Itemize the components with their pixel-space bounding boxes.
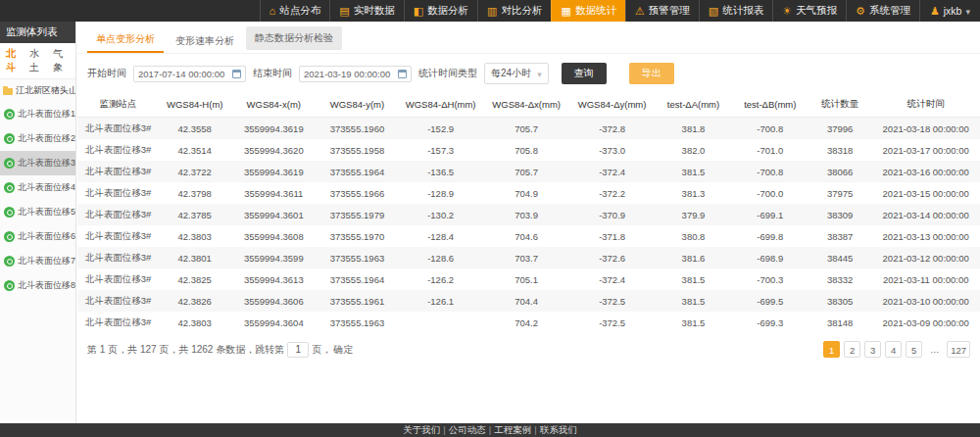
weather-icon: ☀ [782, 6, 792, 17]
table-row[interactable]: 北斗表面位移3#42.38253559994.3613373555.1964-1… [77, 268, 980, 290]
table-cell: -372.6 [569, 247, 655, 268]
export-button[interactable]: 导出 [629, 63, 674, 84]
column-header: WGS84-x(m) [231, 92, 317, 118]
calendar-icon[interactable] [398, 70, 407, 78]
page-button-4[interactable]: 4 [885, 341, 902, 358]
column-header: test-ΔA(mm) [655, 92, 731, 118]
table-cell: 704.9 [483, 182, 568, 204]
nav-item-system-management[interactable]: ⚙系统管理 [846, 0, 919, 22]
table-row[interactable]: 北斗表面位移3#42.37853559994.3601373555.1979-1… [77, 204, 980, 225]
table-cell: -699.8 [732, 225, 808, 247]
tree-items: 北斗表面位移1#北斗表面位移2#北斗表面位移3#北斗表面位移4#北斗表面位移5#… [0, 102, 75, 298]
table-cell: 381.5 [655, 290, 731, 312]
column-header: WGS84-H(m) [159, 92, 231, 118]
sidebar-item-station-2[interactable]: 北斗表面位移2# [0, 126, 75, 151]
page-jump-input[interactable] [287, 342, 309, 358]
table-row[interactable]: 北斗表面位移3#42.38033559994.3604373555.196370… [77, 312, 980, 333]
sidebar-item-station-1[interactable]: 北斗表面位移1# [0, 102, 75, 126]
table-cell: 704.4 [483, 290, 568, 312]
nav-item-realtime-data[interactable]: ▤实时数据 [329, 0, 403, 22]
nav-item-label: 实时数据 [354, 4, 395, 18]
tab-static-data-analysis[interactable]: 静态数据分析检验 [246, 26, 342, 50]
table-cell: -130.2 [398, 204, 483, 225]
sidebar-item-station-6[interactable]: 北斗表面位移6# [0, 224, 75, 249]
page-jump-confirm[interactable]: 确定 [333, 343, 353, 357]
table-row[interactable]: 北斗表面位移3#42.38013559994.3599373555.1963-1… [77, 247, 980, 268]
sidebar-item-station-5[interactable]: 北斗表面位移5# [0, 200, 75, 224]
sidebar-item-station-8[interactable]: 北斗表面位移8# [0, 273, 75, 298]
table-cell: 42.3825 [159, 268, 231, 290]
page-button-5[interactable]: 5 [906, 341, 922, 358]
topbar-nav: ⌂站点分布▤实时数据◧数据分析▥对比分析▦数据统计⚠预警管理▧统计报表☀天气预报… [260, 0, 919, 22]
table-cell: -698.9 [732, 247, 808, 268]
gnss-station-icon [4, 207, 15, 218]
start-time-label: 开始时间 [87, 67, 126, 80]
table-cell: 42.3803 [159, 225, 231, 247]
home-icon: ⌂ [270, 6, 276, 17]
table-row[interactable]: 北斗表面位移3#42.35583559994.3619373555.1960-1… [77, 118, 980, 140]
table-cell: 北斗表面位移3# [77, 312, 159, 333]
calendar-icon[interactable] [232, 70, 241, 78]
page-button-2[interactable]: 2 [844, 341, 860, 358]
user-menu[interactable]: ♟ jxkb [919, 0, 980, 22]
table-cell: 37975 [808, 182, 871, 204]
table-cell: 381.5 [655, 161, 731, 182]
table-row[interactable]: 北斗表面位移3#42.35143559994.3620373555.1958-1… [77, 139, 980, 161]
page-button-3[interactable]: 3 [864, 341, 881, 358]
nav-item-data-statistics[interactable]: ▦数据统计 [551, 0, 624, 22]
table-cell: 北斗表面位移3# [77, 247, 159, 268]
tab-deformation-rate[interactable]: 变形速率分析 [167, 29, 243, 53]
table-cell: 北斗表面位移3# [77, 204, 159, 225]
main-panel: 单点变形分析 变形速率分析 静态数据分析检验 开始时间 结束时间 统计时间类型 … [77, 22, 980, 423]
monitor-icon: ▤ [339, 6, 349, 17]
footer-link-2[interactable]: 公司动态 [449, 424, 486, 435]
nav-item-comparison-analysis[interactable]: ▥对比分析 [477, 0, 551, 22]
end-time-input[interactable] [304, 69, 398, 79]
table-cell: 37996 [808, 118, 871, 140]
sidebar-item-label: 北斗表面位移8# [18, 279, 75, 292]
sidebar-item-station-4[interactable]: 北斗表面位移4# [0, 175, 75, 200]
sidebar-tab-beidou[interactable]: 北斗 [6, 47, 23, 74]
gnss-station-icon [4, 158, 15, 169]
sidebar-tab-weather[interactable]: 气象 [53, 47, 70, 74]
nav-item-label: 对比分析 [501, 4, 542, 18]
footer-link-1[interactable]: 关于我们 [403, 424, 440, 435]
footer-link-4[interactable]: 联系我们 [540, 424, 577, 435]
table-row[interactable]: 北斗表面位移3#42.37223559994.3619373555.1964-1… [77, 161, 980, 182]
nav-item-data-analysis[interactable]: ◧数据分析 [404, 0, 477, 22]
table-row[interactable]: 北斗表面位移3#42.37983559994.3611373555.1966-1… [77, 182, 980, 204]
table-row[interactable]: 北斗表面位移3#42.38263559994.3606373555.1961-1… [77, 290, 980, 312]
sidebar-item-station-7[interactable]: 北斗表面位移7# [0, 249, 75, 273]
sidebar-tab-soil[interactable]: 水土 [29, 47, 46, 74]
table-cell [398, 312, 483, 333]
tree-root[interactable]: 江北新区猪头山... [0, 79, 75, 102]
nav-item-statistic-report[interactable]: ▧统计报表 [699, 0, 772, 22]
start-time-input[interactable] [138, 69, 232, 79]
nav-item-weather-forecast[interactable]: ☀天气预报 [772, 0, 846, 22]
table-cell: -128.4 [398, 225, 483, 247]
footer-link-3[interactable]: 工程案例 [494, 424, 531, 435]
nav-item-warning-management[interactable]: ⚠预警管理 [625, 0, 699, 22]
nav-item-site-distribution[interactable]: ⌂站点分布 [260, 0, 330, 22]
table-cell: -136.5 [398, 161, 483, 182]
table-cell: 2021-03-16 00:00:00 [871, 161, 980, 182]
chart-icon: ◧ [414, 6, 423, 17]
compare-icon: ▥ [487, 6, 497, 17]
tab-single-point-deformation[interactable]: 单点变形分析 [87, 27, 164, 53]
pagination-after-text: 页， [312, 343, 331, 357]
table-cell: -372.4 [569, 268, 655, 290]
page-button-127[interactable]: 127 [947, 341, 970, 358]
table-cell: 3559994.3613 [231, 268, 317, 290]
table-cell: 2021-03-09 00:00:00 [871, 312, 980, 333]
interval-select[interactable]: 每24小时 [484, 63, 549, 84]
sidebar-item-label: 北斗表面位移2# [18, 132, 75, 145]
table-body: 北斗表面位移3#42.35583559994.3619373555.1960-1… [77, 118, 980, 334]
table-cell: 704.6 [483, 225, 568, 247]
table-cell: -372.5 [569, 312, 655, 333]
query-button[interactable]: 查询 [562, 63, 607, 84]
column-header: WGS84-ΔH(mm) [398, 92, 483, 118]
table-cell: 373555.1963 [317, 247, 398, 268]
sidebar-item-station-3[interactable]: 北斗表面位移3# [0, 151, 75, 175]
page-button-1[interactable]: 1 [823, 341, 840, 358]
table-row[interactable]: 北斗表面位移3#42.38033559994.3608373555.1970-1… [77, 225, 980, 247]
